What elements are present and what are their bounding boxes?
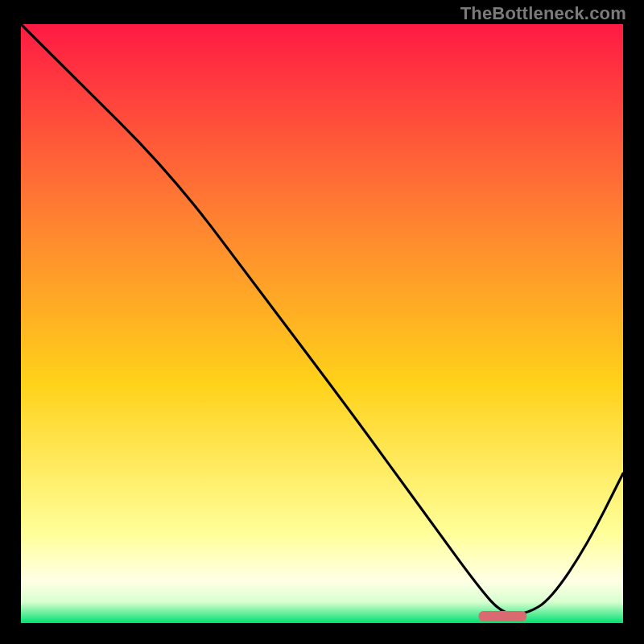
watermark-text: TheBottleneck.com bbox=[460, 3, 626, 24]
chart-marker bbox=[479, 611, 527, 621]
chart-svg bbox=[21, 24, 623, 623]
chart-plot-area bbox=[21, 24, 623, 623]
